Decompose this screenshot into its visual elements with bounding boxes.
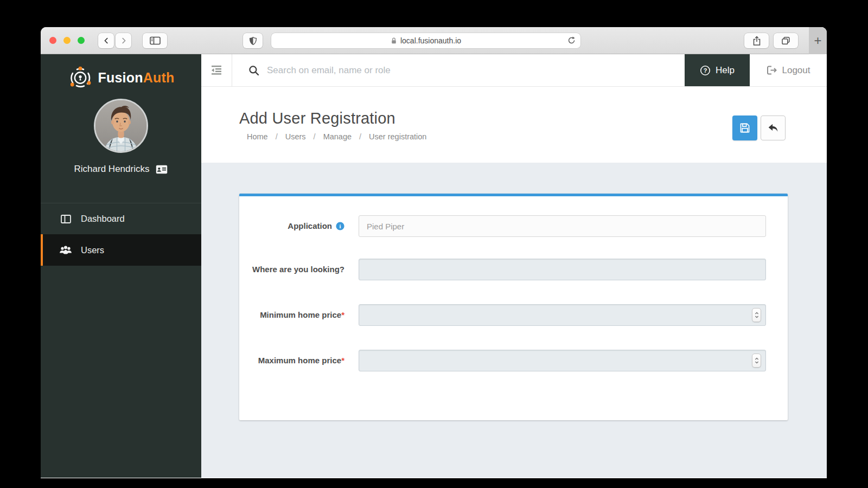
required-marker: * <box>341 356 344 365</box>
history-forward-button[interactable] <box>116 33 131 48</box>
undo-arrow-icon <box>768 123 778 133</box>
form-row-minimum-price: Minimum home price* <box>239 304 766 326</box>
number-stepper[interactable] <box>752 308 761 322</box>
history-back-button[interactable] <box>98 33 114 48</box>
chevron-right-icon <box>120 37 127 44</box>
breadcrumb-manage[interactable]: Manage <box>323 132 352 141</box>
svg-text:?: ? <box>704 67 707 74</box>
brand-wordmark: FusionAuth <box>98 70 175 86</box>
sidebar-item-label: Users <box>81 245 104 255</box>
application-input[interactable] <box>359 215 766 237</box>
fusionauth-app: FusionAuth <box>41 54 827 478</box>
stepper-chevrons-icon <box>754 356 760 365</box>
search-icon <box>248 65 259 76</box>
form-row-application: Applicationi <box>239 215 766 237</box>
content-area: Applicationi Where are you looking? <box>201 163 827 478</box>
number-stepper[interactable] <box>752 354 761 368</box>
breadcrumb-home[interactable]: Home <box>247 132 268 141</box>
form-row-where-looking: Where are you looking? <box>239 259 766 280</box>
stepper-chevrons-icon <box>754 311 760 319</box>
privacy-shield-button[interactable] <box>243 33 263 48</box>
fusionauth-logo[interactable]: FusionAuth <box>41 65 201 90</box>
user-portrait <box>95 100 146 151</box>
main-area: ? Help Logout Add User Registration Home… <box>201 54 827 478</box>
help-label: Help <box>716 65 735 76</box>
close-window-button[interactable] <box>49 37 56 44</box>
shield-icon <box>249 36 257 46</box>
question-circle-icon: ? <box>700 65 711 76</box>
chevron-left-icon <box>103 37 110 44</box>
user-name: Richard Hendricks <box>74 164 150 175</box>
lock-icon <box>391 37 397 44</box>
dashboard-icon <box>59 215 72 223</box>
page-actions <box>732 115 786 140</box>
where-looking-input[interactable] <box>359 259 766 280</box>
zoom-window-button[interactable] <box>78 37 85 44</box>
go-back-button[interactable] <box>761 115 786 140</box>
desktop-background: local.fusionauth.io + <box>0 0 868 488</box>
topbar: ? Help Logout <box>201 54 827 87</box>
maximum-price-input[interactable] <box>359 350 766 371</box>
sidebar-item-users[interactable]: Users <box>41 234 201 266</box>
application-label: Application <box>288 221 332 230</box>
avatar <box>94 99 148 153</box>
url-text: local.fusionauth.io <box>400 36 461 45</box>
help-button[interactable]: ? Help <box>685 54 750 86</box>
outdent-icon <box>210 65 223 75</box>
sign-out-icon <box>767 66 777 75</box>
required-marker: * <box>341 310 344 319</box>
minimum-price-input[interactable] <box>359 304 766 326</box>
form-row-maximum-price: Maximum home price* <box>239 350 766 371</box>
svg-text:i: i <box>340 223 341 229</box>
id-card-icon[interactable] <box>156 165 168 174</box>
users-icon <box>59 245 72 255</box>
search-bar <box>232 65 685 76</box>
sidebar: FusionAuth <box>41 54 201 478</box>
share-icon <box>752 36 761 46</box>
sidebar-toggle-button[interactable] <box>143 33 167 48</box>
tab-overview-button[interactable] <box>774 33 798 48</box>
tabs-icon <box>781 36 790 45</box>
floppy-disk-icon <box>739 123 750 133</box>
where-looking-label: Where are you looking? <box>252 265 344 274</box>
logout-button[interactable]: Logout <box>750 54 827 86</box>
fusionauth-emblem-icon <box>68 65 93 90</box>
address-bar[interactable]: local.fusionauth.io <box>271 33 580 48</box>
save-button[interactable] <box>732 115 757 140</box>
sidebar-nav: Dashboard Users <box>41 203 201 266</box>
search-input[interactable] <box>267 65 685 76</box>
browser-window: local.fusionauth.io + <box>41 27 827 478</box>
registration-form-card: Applicationi Where are you looking? <box>239 194 788 420</box>
logout-label: Logout <box>782 65 810 76</box>
minimum-price-label: Minimum home price <box>260 310 341 319</box>
sidebar-item-label: Dashboard <box>81 214 125 224</box>
collapse-menu-button[interactable] <box>201 54 232 86</box>
maximum-price-label: Maximum home price <box>258 356 341 365</box>
sidebar-item-dashboard[interactable]: Dashboard <box>41 203 201 234</box>
page-header: Add User Registration Home/ Users/ Manag… <box>201 87 827 163</box>
browser-toolbar: local.fusionauth.io + <box>41 27 827 54</box>
sidebar-panel-icon <box>150 36 161 45</box>
breadcrumb-users[interactable]: Users <box>285 132 306 141</box>
new-tab-button[interactable]: + <box>809 27 827 54</box>
traffic-lights <box>49 37 85 44</box>
share-button[interactable] <box>744 33 769 48</box>
info-icon[interactable]: i <box>336 221 344 234</box>
plus-icon: + <box>814 33 821 48</box>
refresh-icon <box>567 36 576 45</box>
minimize-window-button[interactable] <box>63 37 71 44</box>
breadcrumb-current: User registration <box>369 132 426 141</box>
refresh-button[interactable] <box>567 36 576 47</box>
